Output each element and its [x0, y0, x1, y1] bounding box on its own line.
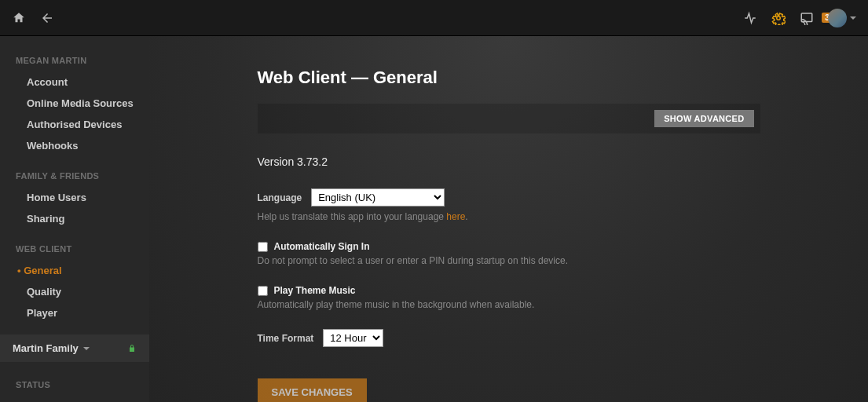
topbar: 3 — [0, 0, 868, 36]
chevron-down-icon — [850, 16, 856, 20]
timeformat-select[interactable]: 12 Hour — [323, 329, 383, 347]
sidebar-header: MEGAN MARTIN — [0, 52, 149, 71]
svg-rect-1 — [801, 13, 812, 22]
home-icon[interactable] — [12, 11, 26, 25]
sidebar-header: FAMILY & FRIENDS — [0, 167, 149, 187]
sidebar-item-home-users[interactable]: Home Users — [0, 187, 149, 208]
version-label: Version 3.73.2 — [258, 155, 760, 168]
page-title: Web Client — General — [258, 68, 760, 88]
theme-music-help: Automatically play theme music in the ba… — [258, 299, 760, 310]
svg-point-0 — [777, 16, 781, 20]
activity-icon[interactable] — [743, 11, 757, 25]
server-selector[interactable]: Martin Family — [0, 334, 149, 362]
back-icon[interactable] — [40, 11, 54, 25]
translate-link[interactable]: here — [446, 211, 465, 222]
sidebar-item-general[interactable]: General — [0, 260, 149, 281]
advanced-bar: SHOW ADVANCED — [258, 104, 760, 133]
language-select[interactable]: English (UK) — [311, 188, 445, 206]
sidebar: MEGAN MARTINAccountOnline Media SourcesA… — [0, 36, 149, 402]
save-button[interactable]: SAVE CHANGES — [258, 378, 367, 402]
content-area: Web Client — General SHOW ADVANCED Versi… — [149, 36, 868, 402]
sidebar-item-webhooks[interactable]: Webhooks — [0, 135, 149, 156]
language-label: Language — [258, 192, 302, 203]
avatar — [828, 9, 847, 27]
sidebar-item-quality[interactable]: Quality — [0, 281, 149, 302]
sidebar-item-sharing[interactable]: Sharing — [0, 208, 149, 229]
cast-icon[interactable] — [800, 11, 814, 25]
settings-icon[interactable] — [771, 11, 786, 25]
chevron-down-icon — [83, 347, 90, 350]
translate-help: Help us translate this app into your lan… — [258, 211, 760, 222]
sidebar-item-player[interactable]: Player — [0, 302, 149, 323]
sidebar-item-authorised-devices[interactable]: Authorised Devices — [0, 114, 149, 135]
sidebar-item-online-media[interactable]: Online Media Sources — [0, 93, 149, 114]
theme-music-label: Play Theme Music — [274, 285, 356, 296]
sidebar-header: STATUS — [0, 376, 149, 396]
user-menu[interactable]: 3 — [828, 9, 856, 27]
sidebar-item-now-playing[interactable]: Now Playing — [0, 396, 149, 402]
auto-signin-help: Do not prompt to select a user or enter … — [258, 255, 760, 266]
server-name: Martin Family — [13, 342, 79, 354]
sidebar-item-account[interactable]: Account — [0, 71, 149, 93]
sidebar-header: WEB CLIENT — [0, 240, 149, 260]
timeformat-label: Time Format — [258, 333, 314, 344]
theme-music-checkbox[interactable] — [258, 286, 268, 296]
auto-signin-label: Automatically Sign In — [274, 241, 370, 252]
lock-icon — [127, 344, 137, 353]
show-advanced-button[interactable]: SHOW ADVANCED — [654, 110, 753, 127]
auto-signin-checkbox[interactable] — [258, 242, 268, 252]
